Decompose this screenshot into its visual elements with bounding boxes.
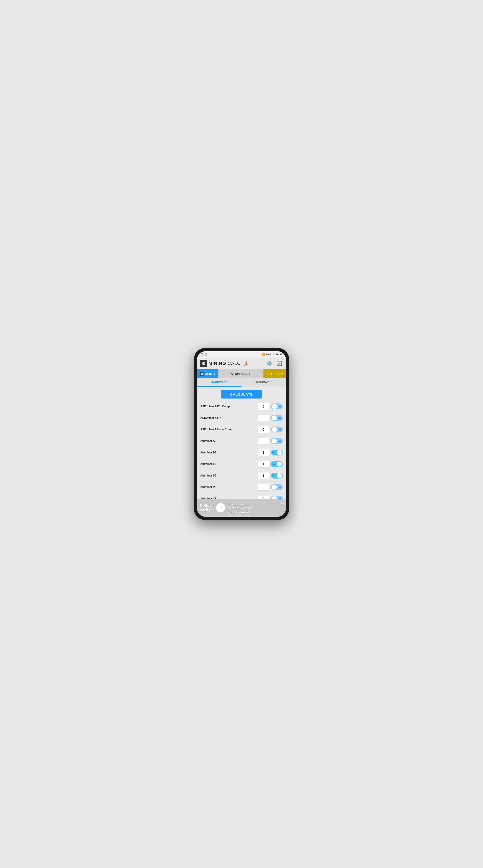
- asic-dropdown-arrow: ▼: [214, 373, 216, 375]
- miner-qty-input[interactable]: [258, 484, 269, 491]
- toggle-label: OFF: [278, 429, 281, 431]
- miner-row: Antminer X3OFF: [199, 493, 284, 499]
- logo-icon: ⊞: [200, 360, 207, 367]
- content-area[interactable]: CALCULATE ASICminer 24Th Comp.OFFASICmin…: [197, 387, 286, 499]
- ad-close-icon: ✕: [282, 500, 284, 503]
- miner-name: Antminer D3: [200, 451, 256, 454]
- miner-name: ASICminer 24Th Comp.: [200, 405, 256, 408]
- tab-options-label: OPTIONS: [235, 372, 247, 375]
- miner-toggle[interactable]: OFF: [271, 427, 283, 432]
- miner-name: ASICminer 48Th: [200, 416, 256, 420]
- miner-row: Antminer A3OFF: [199, 435, 284, 447]
- toggle-knob: [272, 427, 277, 432]
- miner-list: ASICminer 24Th Comp.OFFASICminer 48ThOFF…: [197, 401, 286, 499]
- miner-qty-input[interactable]: [258, 449, 269, 456]
- options-sliders-icon: ⚙: [231, 372, 234, 375]
- tab-asic-label: ASIC: [205, 372, 212, 376]
- gpus-icon: 🔆: [266, 372, 270, 376]
- miner-qty-input[interactable]: [258, 414, 269, 421]
- miner-toggle[interactable]: ON: [271, 461, 283, 467]
- miner-qty-input[interactable]: [258, 472, 269, 479]
- tab-bar: 🔲 ASIC ▼ ⚙ OPTIONS ▼ 🔆 GPUS ▼: [197, 369, 286, 378]
- phone-screen: 🖼 📋 📶 19% 🔋 16:32 ⊞ MINING CALC 🏃: [197, 351, 286, 517]
- sub-tab-hardware[interactable]: HARDWARE: [197, 378, 242, 387]
- miner-qty-input[interactable]: [258, 403, 269, 410]
- miner-toggle[interactable]: OFF: [271, 415, 283, 421]
- settings-icon: ⚙️: [266, 361, 272, 366]
- asic-chip-icon: 🔲: [200, 372, 204, 376]
- miner-name: Antminer L3+: [200, 463, 256, 466]
- ad-text-right-area: Inovace, vášeň a preciznost v kombinaci …: [228, 499, 255, 517]
- toggle-knob: [272, 404, 277, 409]
- miner-name: Antminer V9: [200, 486, 256, 489]
- toggle-knob: [277, 462, 282, 467]
- toggle-label: OFF: [278, 440, 281, 442]
- toggle-knob: [277, 450, 282, 455]
- toggle-label: OFF: [278, 417, 281, 419]
- sub-tab-hashrates[interactable]: HASHRATES: [242, 378, 286, 387]
- time-text: 16:32: [276, 353, 282, 356]
- miner-qty-input[interactable]: [258, 438, 269, 444]
- status-left: 🖼 📋: [201, 353, 207, 356]
- toggle-label: OFF: [278, 486, 281, 488]
- miner-toggle[interactable]: OFF: [271, 438, 283, 444]
- toggle-knob: [272, 438, 277, 443]
- ad-right-text: Inovace, vášeň a preciznost v kombinaci …: [228, 503, 255, 514]
- miner-qty-input[interactable]: [258, 461, 269, 467]
- phone-frame: 🖼 📋 📶 19% 🔋 16:32 ⊞ MINING CALC 🏃: [194, 348, 289, 520]
- toggle-knob: [272, 485, 277, 490]
- ad-arrow-button[interactable]: →: [216, 503, 225, 512]
- logo-mining: MINING: [208, 361, 226, 366]
- app-header: ⊞ MINING CALC 🏃 ⚙️ 🔄: [197, 358, 286, 369]
- miner-row: ASICminer 48ThOFF: [199, 412, 284, 424]
- refresh-icon: 🔄: [276, 361, 282, 366]
- settings-button[interactable]: ⚙️: [265, 359, 273, 367]
- miner-toggle[interactable]: OFF: [271, 484, 283, 490]
- ad-text-left: Golfové vozíky: [200, 503, 214, 512]
- ad-main-text: Inovace, vášeň a preciznost v kombinaci …: [228, 499, 255, 514]
- battery-icon: 🔋: [272, 353, 275, 356]
- logo-text: MINING CALC 🏃: [208, 361, 249, 366]
- sub-header: HARDWARE HASHRATES: [197, 378, 286, 387]
- miner-row: Antminer S9ON: [199, 470, 284, 482]
- tab-gpus[interactable]: 🔆 GPUS ▼: [263, 369, 286, 378]
- hardware-label: HARDWARE: [211, 381, 228, 384]
- ad-arrow-icon: →: [219, 505, 223, 510]
- toggle-label: ON: [272, 463, 275, 465]
- miner-qty-input[interactable]: [258, 426, 269, 433]
- tab-asic[interactable]: 🔲 ASIC ▼: [197, 369, 219, 378]
- miner-qty-input[interactable]: [258, 495, 269, 499]
- miner-row: ASICminer 24Th Comp.OFF: [199, 401, 284, 412]
- miner-toggle[interactable]: OFF: [271, 403, 283, 409]
- wifi-icon: 📶: [262, 353, 265, 356]
- miner-row: ASICminer 8 Nano Comp.OFF: [199, 424, 284, 435]
- toggle-label: ON: [272, 452, 275, 454]
- status-bar: 🖼 📋 📶 19% 🔋 16:32: [197, 351, 286, 358]
- logo-calc: CALC: [226, 361, 240, 366]
- toggle-label: ON: [272, 475, 275, 477]
- tab-gpus-label: GPUS: [271, 372, 280, 376]
- options-dropdown-arrow: ▼: [249, 373, 251, 375]
- miner-toggle[interactable]: ON: [271, 450, 283, 456]
- status-icon-1: 🖼: [201, 353, 203, 356]
- ad-left-label: Golfové vozíky: [200, 504, 214, 512]
- calculate-button-top[interactable]: CALCULATE: [221, 390, 262, 399]
- toggle-knob: [277, 473, 282, 478]
- miner-row: Antminer D3ON: [199, 447, 284, 458]
- gpus-dropdown-arrow: ▼: [281, 373, 283, 375]
- toggle-knob: [272, 415, 277, 421]
- top-calculate-wrap: CALCULATE: [197, 387, 286, 401]
- logo-runner-icon: 🏃: [243, 361, 249, 366]
- status-icon-2: 📋: [204, 353, 207, 356]
- header-actions: ⚙️ 🔄: [265, 359, 283, 367]
- miner-toggle[interactable]: OFF: [271, 496, 283, 499]
- tab-options[interactable]: ⚙ OPTIONS ▼: [219, 369, 263, 378]
- miner-name: Antminer A3: [200, 439, 256, 442]
- logo-area: ⊞ MINING CALC 🏃: [200, 360, 249, 367]
- hashrates-label: HASHRATES: [255, 381, 273, 384]
- miner-toggle[interactable]: ON: [271, 473, 283, 478]
- toggle-label: OFF: [278, 405, 281, 408]
- ad-close-button[interactable]: ✕: [281, 500, 284, 504]
- miner-name: ASICminer 8 Nano Comp.: [200, 428, 256, 431]
- refresh-button[interactable]: 🔄: [275, 359, 283, 367]
